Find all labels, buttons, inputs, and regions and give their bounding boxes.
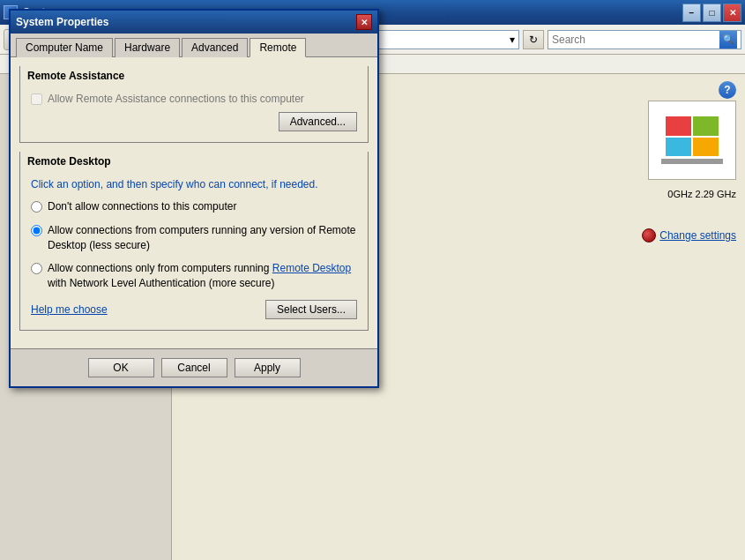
- remote-desktop-info: Click an option, and then specify who ca…: [31, 178, 357, 190]
- help-me-choose-link[interactable]: Help me choose: [31, 303, 108, 316]
- advanced-btn-container: Advanced...: [31, 112, 357, 131]
- radio-any-version: Allow connections from computers running…: [31, 223, 357, 253]
- radio-no-connections-input[interactable]: [31, 201, 42, 213]
- tab-bar: Computer Name Hardware Advanced Remote: [11, 34, 377, 56]
- dialog-title-bar: System Properties ✕: [11, 11, 377, 34]
- remote-desktop-group: Remote Desktop Click an option, and then…: [19, 152, 369, 331]
- apply-button[interactable]: Apply: [235, 358, 301, 377]
- dialog-close-button[interactable]: ✕: [356, 14, 372, 30]
- radio-any-version-label: Allow connections from computers running…: [48, 223, 357, 253]
- dialog-footer: OK Cancel Apply: [11, 348, 377, 386]
- dialog-title: System Properties: [16, 16, 356, 28]
- remote-assistance-inner: Allow Remote Assistance connections to t…: [20, 86, 368, 142]
- advanced-button[interactable]: Advanced...: [279, 112, 357, 131]
- radio-nla-only: Allow connections only from computers ru…: [31, 261, 357, 291]
- remote-desktop-title: Remote Desktop: [20, 152, 368, 171]
- remote-desktop-link[interactable]: Remote Desktop: [272, 262, 351, 274]
- remote-assistance-group: Remote Assistance Allow Remote Assistanc…: [19, 66, 369, 143]
- dialog-overlay: System Properties ✕ Computer Name Hardwa…: [0, 0, 745, 560]
- radio-no-connections-label: Don't allow connections to this computer: [48, 199, 236, 214]
- tab-hardware[interactable]: Hardware: [115, 38, 180, 57]
- cancel-button[interactable]: Cancel: [161, 358, 227, 377]
- radio-any-version-input[interactable]: [31, 225, 42, 236]
- tab-content-remote: Remote Assistance Allow Remote Assistanc…: [11, 56, 377, 348]
- tab-remote[interactable]: Remote: [250, 38, 306, 57]
- tab-advanced[interactable]: Advanced: [182, 38, 248, 57]
- tab-computer-name[interactable]: Computer Name: [16, 38, 113, 57]
- system-properties-dialog: System Properties ✕ Computer Name Hardwa…: [9, 9, 379, 388]
- select-users-button[interactable]: Select Users...: [265, 300, 357, 319]
- bottom-row: Help me choose Select Users...: [31, 300, 357, 319]
- remote-desktop-inner: Click an option, and then specify who ca…: [20, 171, 368, 330]
- remote-assistance-title: Remote Assistance: [20, 66, 368, 86]
- radio-no-connections: Don't allow connections to this computer: [31, 199, 357, 214]
- ok-button[interactable]: OK: [88, 358, 154, 377]
- radio-nla-input[interactable]: [31, 263, 42, 274]
- remote-assistance-checkbox-row: Allow Remote Assistance connections to t…: [31, 93, 357, 105]
- remote-assistance-checkbox[interactable]: [31, 93, 42, 105]
- radio-nla-label: Allow connections only from computers ru…: [48, 261, 357, 291]
- remote-assistance-label: Allow Remote Assistance connections to t…: [48, 93, 304, 105]
